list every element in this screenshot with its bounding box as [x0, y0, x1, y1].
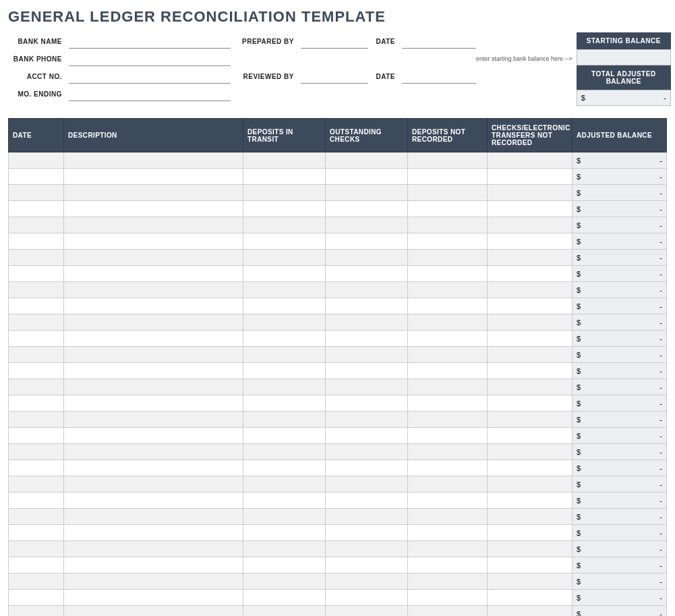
bank-phone-input[interactable] [69, 51, 231, 66]
table-cell[interactable] [408, 282, 488, 298]
table-cell[interactable] [243, 557, 326, 573]
table-cell[interactable] [64, 428, 243, 444]
table-cell[interactable] [488, 298, 573, 314]
table-cell[interactable] [243, 266, 326, 282]
table-cell[interactable] [243, 314, 326, 331]
table-cell[interactable] [408, 266, 488, 282]
table-cell[interactable] [9, 347, 64, 363]
table-cell[interactable] [243, 493, 326, 509]
table-cell[interactable] [64, 412, 243, 428]
table-cell[interactable] [64, 476, 243, 493]
bank-name-input[interactable] [69, 34, 231, 49]
table-cell[interactable] [488, 250, 573, 266]
table-cell[interactable] [408, 541, 488, 557]
table-cell[interactable] [488, 573, 573, 590]
table-cell[interactable] [326, 282, 408, 298]
table-cell[interactable] [408, 331, 488, 347]
table-cell[interactable] [243, 185, 326, 201]
table-cell[interactable] [243, 573, 326, 590]
table-cell[interactable] [243, 347, 326, 363]
table-cell[interactable] [488, 266, 573, 282]
table-cell[interactable] [326, 266, 408, 282]
table-cell[interactable] [64, 606, 243, 617]
table-cell[interactable] [326, 590, 408, 606]
table-cell[interactable] [64, 509, 243, 525]
table-cell[interactable] [9, 379, 64, 395]
table-cell[interactable] [9, 460, 64, 476]
table-cell[interactable] [9, 509, 64, 525]
table-cell[interactable] [408, 395, 488, 412]
table-cell[interactable] [326, 185, 408, 201]
reviewed-date-input[interactable] [402, 69, 476, 84]
table-cell[interactable] [326, 444, 408, 460]
table-cell[interactable] [326, 233, 408, 250]
table-cell[interactable] [326, 557, 408, 573]
table-cell[interactable] [9, 282, 64, 298]
table-cell[interactable] [243, 606, 326, 617]
table-cell[interactable] [64, 363, 243, 379]
table-cell[interactable] [408, 606, 488, 617]
table-cell[interactable] [326, 525, 408, 541]
table-cell[interactable] [64, 590, 243, 606]
table-cell[interactable] [488, 201, 573, 217]
table-cell[interactable] [488, 444, 573, 460]
table-cell[interactable] [488, 363, 573, 379]
table-cell[interactable] [9, 201, 64, 217]
table-cell[interactable] [64, 201, 243, 217]
table-cell[interactable] [326, 509, 408, 525]
table-cell[interactable] [64, 444, 243, 460]
table-cell[interactable] [9, 476, 64, 493]
table-cell[interactable] [488, 395, 573, 412]
starting-balance-cell[interactable] [577, 49, 671, 65]
table-cell[interactable] [408, 379, 488, 395]
table-cell[interactable] [326, 298, 408, 314]
table-cell[interactable] [243, 590, 326, 606]
table-cell[interactable] [64, 493, 243, 509]
table-cell[interactable] [408, 525, 488, 541]
table-cell[interactable] [243, 460, 326, 476]
table-cell[interactable] [488, 169, 573, 185]
table-cell[interactable] [64, 541, 243, 557]
table-cell[interactable] [488, 282, 573, 298]
table-cell[interactable] [326, 493, 408, 509]
table-cell[interactable] [408, 363, 488, 379]
table-cell[interactable] [326, 314, 408, 331]
table-cell[interactable] [9, 185, 64, 201]
table-cell[interactable] [243, 233, 326, 250]
table-cell[interactable] [326, 379, 408, 395]
reviewed-by-input[interactable] [301, 69, 368, 84]
table-cell[interactable] [9, 493, 64, 509]
table-cell[interactable] [9, 557, 64, 573]
table-cell[interactable] [9, 314, 64, 331]
table-cell[interactable] [64, 282, 243, 298]
table-cell[interactable] [488, 476, 573, 493]
table-cell[interactable] [9, 590, 64, 606]
table-cell[interactable] [408, 476, 488, 493]
table-cell[interactable] [488, 541, 573, 557]
table-cell[interactable] [64, 152, 243, 169]
table-cell[interactable] [488, 606, 573, 617]
table-cell[interactable] [64, 250, 243, 266]
table-cell[interactable] [243, 363, 326, 379]
table-cell[interactable] [488, 509, 573, 525]
table-cell[interactable] [408, 493, 488, 509]
table-cell[interactable] [243, 395, 326, 412]
table-cell[interactable] [326, 201, 408, 217]
table-cell[interactable] [326, 363, 408, 379]
table-cell[interactable] [488, 347, 573, 363]
table-cell[interactable] [64, 314, 243, 331]
table-cell[interactable] [408, 412, 488, 428]
table-cell[interactable] [64, 557, 243, 573]
table-cell[interactable] [243, 428, 326, 444]
table-cell[interactable] [488, 152, 573, 169]
table-cell[interactable] [243, 379, 326, 395]
table-cell[interactable] [243, 169, 326, 185]
table-cell[interactable] [243, 282, 326, 298]
table-cell[interactable] [326, 428, 408, 444]
table-cell[interactable] [243, 476, 326, 493]
table-cell[interactable] [9, 412, 64, 428]
table-cell[interactable] [408, 428, 488, 444]
table-cell[interactable] [488, 379, 573, 395]
table-cell[interactable] [326, 573, 408, 590]
table-cell[interactable] [408, 152, 488, 169]
